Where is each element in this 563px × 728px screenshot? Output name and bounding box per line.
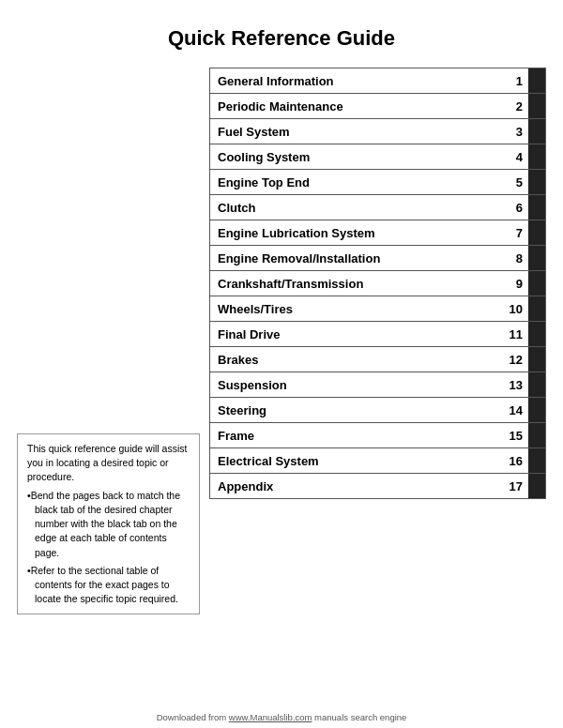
toc-number: 15 — [502, 429, 528, 443]
toc-row: Suspension13 — [209, 372, 546, 397]
toc-label: Suspension — [210, 373, 502, 397]
toc-label: Appendix — [210, 475, 502, 498]
toc-row: Frame15 — [209, 422, 546, 447]
toc-label: Clutch — [210, 196, 502, 220]
info-intro: This quick reference guide will assist y… — [27, 442, 190, 485]
toc-row: Appendix17 — [209, 473, 546, 499]
toc-tab — [528, 144, 545, 169]
toc-row: Brakes12 — [209, 346, 546, 372]
toc-panel: General Information1Periodic Maintenance… — [209, 68, 546, 614]
left-panel: This quick reference guide will assist y… — [17, 433, 200, 614]
toc-number: 7 — [502, 226, 528, 240]
toc-number: 9 — [502, 277, 528, 291]
toc-tab — [528, 94, 545, 118]
toc-tab — [528, 246, 545, 270]
toc-number: 16 — [502, 454, 528, 468]
toc-row: Periodic Maintenance2 — [209, 93, 546, 118]
toc-row: Wheels/Tires10 — [209, 296, 546, 321]
toc-tab — [528, 322, 545, 346]
bullet-2: •Refer to the sectional table of content… — [27, 564, 190, 607]
toc-number: 13 — [502, 378, 528, 392]
toc-number: 6 — [502, 201, 528, 215]
toc-number: 11 — [502, 327, 528, 341]
toc-number: 1 — [502, 74, 528, 88]
toc-label: Steering — [210, 399, 502, 422]
toc-tab — [528, 448, 545, 473]
toc-label: Wheels/Tires — [210, 297, 502, 321]
toc-row: Clutch6 — [209, 194, 546, 220]
toc-number: 8 — [502, 251, 528, 265]
toc-label: Engine Top End — [210, 171, 502, 194]
toc-tab — [528, 271, 545, 296]
toc-tab — [528, 347, 545, 372]
toc-label: Brakes — [210, 348, 502, 372]
toc-label: Electrical System — [210, 449, 502, 473]
toc-label: Final Drive — [210, 323, 502, 346]
toc-tab — [528, 68, 545, 93]
toc-row: Fuel System3 — [209, 118, 546, 144]
toc-number: 5 — [502, 175, 528, 190]
toc-tab — [528, 170, 545, 194]
toc-tab — [528, 119, 545, 144]
toc-tab — [528, 195, 545, 220]
toc-row: Cooling System4 — [209, 144, 546, 169]
toc-label: Cooling System — [210, 145, 502, 169]
toc-row: General Information1 — [209, 68, 546, 93]
toc-tab — [528, 372, 545, 397]
toc-number: 3 — [502, 125, 528, 139]
toc-label: General Information — [210, 69, 502, 93]
toc-label: Frame — [210, 424, 502, 447]
toc-label: Periodic Maintenance — [210, 95, 502, 118]
toc-label: Fuel System — [210, 120, 502, 144]
toc-row: Steering14 — [209, 397, 546, 422]
toc-row: Engine Top End5 — [209, 169, 546, 194]
page-title: Quick Reference Guide — [0, 0, 563, 68]
toc-row: Final Drive11 — [209, 321, 546, 346]
footer-link[interactable]: www.Manualslib.com — [229, 712, 312, 722]
footer: Downloaded from www.Manualslib.com manua… — [0, 712, 563, 722]
toc-row: Electrical System16 — [209, 447, 546, 473]
toc-row: Engine Lubrication System7 — [209, 220, 546, 245]
toc-number: 14 — [502, 403, 528, 417]
toc-table: General Information1Periodic Maintenance… — [209, 68, 546, 499]
toc-tab — [528, 296, 545, 321]
toc-number: 17 — [502, 479, 528, 493]
toc-tab — [528, 474, 545, 498]
toc-label: Engine Lubrication System — [210, 221, 502, 245]
toc-number: 10 — [502, 302, 528, 316]
toc-label: Crankshaft/Transmission — [210, 272, 502, 296]
toc-tab — [528, 398, 545, 422]
toc-row: Crankshaft/Transmission9 — [209, 270, 546, 296]
info-box: This quick reference guide will assist y… — [17, 433, 200, 614]
toc-number: 4 — [502, 150, 528, 164]
toc-label: Engine Removal/Installation — [210, 247, 502, 270]
toc-row: Engine Removal/Installation8 — [209, 245, 546, 270]
toc-tab — [528, 423, 545, 447]
toc-tab — [528, 220, 545, 245]
toc-number: 2 — [502, 99, 528, 114]
toc-number: 12 — [502, 353, 528, 367]
bullet-1: •Bend the pages back to match the black … — [27, 489, 190, 560]
